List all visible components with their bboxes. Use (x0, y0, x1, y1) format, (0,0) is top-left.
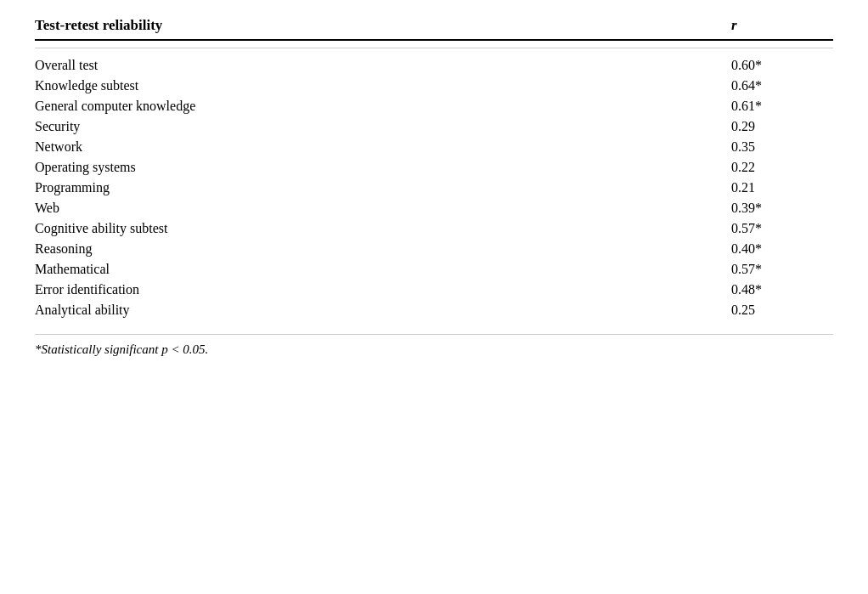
row-label: Programming (35, 180, 110, 195)
row-value: 0.35 (731, 139, 833, 155)
row-label: Cognitive ability subtest (35, 221, 167, 236)
row-label: General computer knowledge (35, 99, 195, 114)
row-label: Knowledge subtest (35, 78, 138, 93)
table-row: Reasoning0.40* (35, 239, 833, 259)
row-label: Error identification (35, 282, 139, 297)
row-value: 0.57* (731, 262, 833, 277)
row-label: Mathematical (35, 262, 110, 277)
table-footer: *Statistically significant p < 0.05. (35, 334, 833, 357)
table-title: Test-retest reliability (35, 17, 162, 34)
reliability-table: Test-retest reliability r Overall test0.… (35, 17, 833, 357)
row-value: 0.25 (731, 303, 833, 318)
row-value: 0.61* (731, 99, 833, 114)
table-r-header: r (731, 17, 833, 34)
header-divider (35, 48, 833, 48)
row-label: Overall test (35, 58, 98, 73)
table-row: Network0.35 (35, 137, 833, 157)
table-header: Test-retest reliability r (35, 17, 833, 41)
row-value: 0.39* (731, 201, 833, 216)
row-label: Operating systems (35, 160, 136, 175)
row-label: Reasoning (35, 241, 93, 257)
table-row: Operating systems0.22 (35, 157, 833, 178)
table-row: Programming0.21 (35, 178, 833, 198)
table-row: Web0.39* (35, 198, 833, 218)
row-value: 0.40* (731, 241, 833, 257)
footer-note: *Statistically significant p < 0.05. (35, 342, 208, 356)
row-value: 0.60* (731, 58, 833, 73)
row-label: Analytical ability (35, 303, 130, 318)
row-label: Security (35, 119, 80, 134)
table-row: Error identification0.48* (35, 280, 833, 300)
table-row: Security0.29 (35, 116, 833, 137)
row-value: 0.29 (731, 119, 833, 134)
table-row: General computer knowledge0.61* (35, 96, 833, 116)
row-value: 0.48* (731, 282, 833, 297)
table-row: Overall test0.60* (35, 55, 833, 76)
row-value: 0.22 (731, 160, 833, 175)
table-body: Overall test0.60*Knowledge subtest0.64*G… (35, 55, 833, 320)
table-row: Analytical ability0.25 (35, 300, 833, 320)
row-value: 0.21 (731, 180, 833, 195)
row-value: 0.57* (731, 221, 833, 236)
table-row: Cognitive ability subtest0.57* (35, 218, 833, 239)
table-row: Mathematical0.57* (35, 259, 833, 280)
row-label: Network (35, 139, 82, 155)
row-label: Web (35, 201, 59, 216)
row-value: 0.64* (731, 78, 833, 93)
table-row: Knowledge subtest0.64* (35, 76, 833, 96)
